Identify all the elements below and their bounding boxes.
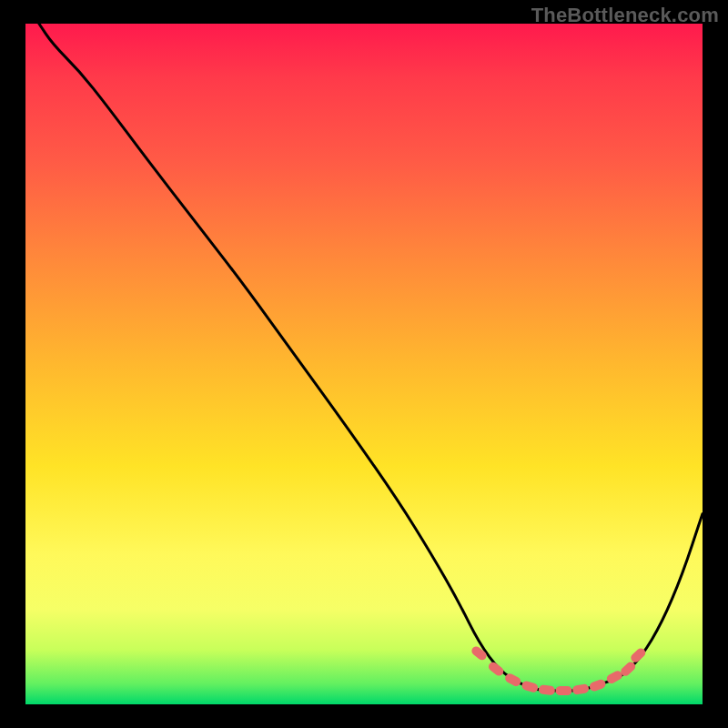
bottleneck-curve — [39, 24, 703, 691]
watermark-text: TheBottleneck.com — [531, 4, 719, 27]
range-marker — [538, 684, 555, 695]
range-marker — [470, 644, 488, 662]
range-marker — [487, 661, 505, 678]
curve-layer — [25, 24, 703, 704]
recommended-range-markers — [470, 644, 647, 695]
range-marker — [555, 686, 571, 695]
plot-area — [25, 24, 703, 704]
range-marker — [571, 683, 589, 695]
range-marker — [589, 678, 607, 693]
chart-frame: TheBottleneck.com — [0, 0, 728, 728]
range-marker — [521, 680, 539, 693]
